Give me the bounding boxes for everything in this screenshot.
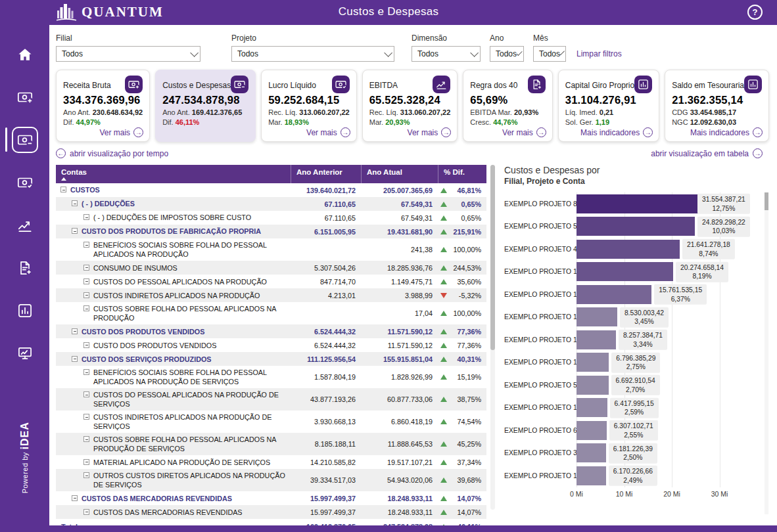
sidebar-item-card-check[interactable]: [0, 161, 49, 204]
column-header-contas[interactable]: Contas: [56, 165, 291, 183]
card-link[interactable]: Ver mais→: [408, 127, 452, 137]
filter-dropdown[interactable]: Todos: [231, 46, 394, 62]
card-link[interactable]: Mais indicadores→: [580, 127, 653, 137]
card-link[interactable]: Ver mais→: [502, 127, 546, 137]
sidebar-item-doc-plus[interactable]: [0, 246, 49, 289]
kpi-card-saldo-em-tesouraria[interactable]: Saldo em Tesouraria 21.362.355,14CDG 33.…: [665, 70, 769, 142]
table-row[interactable]: MATERIAL APLICADO NA PRODUÇÃO DE SERVIÇO…: [56, 455, 486, 469]
collapse-icon[interactable]: [83, 305, 89, 311]
prev-year-value: 8.185.188,11: [291, 440, 361, 448]
table-row[interactable]: CUSTOS DAS MERCADORIAS REVENDIDAS 15.997…: [56, 491, 486, 505]
sidebar-item-pulse[interactable]: [0, 204, 49, 246]
prev-year-value: 43.877.193,26: [291, 395, 361, 403]
kpi-card-custos-e-despesas[interactable]: Custos e Despesas 247.534.878,98Ano Ant.…: [155, 70, 256, 142]
sidebar-item-card-minus[interactable]: [0, 118, 49, 161]
collapse-icon[interactable]: [83, 414, 89, 420]
open-time-view-link[interactable]: ← abrir visualização por tempo: [56, 148, 168, 158]
table-row[interactable]: CONSUMO DE INSUMOS 5.307.504,26 18.285.9…: [56, 261, 486, 275]
sidebar-item-bar-chart[interactable]: [0, 289, 49, 332]
column-header-dif[interactable]: % Dif.: [438, 165, 486, 183]
curr-year-value: 11.571.590,12: [361, 342, 438, 349]
collapse-icon[interactable]: [72, 356, 78, 362]
bar[interactable]: [577, 466, 606, 485]
collapse-icon[interactable]: [72, 328, 78, 334]
prev-year-value: 67.110,65: [291, 200, 361, 208]
column-header-ano-atual[interactable]: Ano Atual: [361, 165, 438, 183]
chart-scrollbar[interactable]: [765, 192, 768, 514]
table-row[interactable]: CUSTOS INDIRETOS APLICADOS NA PRODUÇÃO D…: [56, 410, 486, 433]
bar[interactable]: [577, 398, 607, 417]
help-icon[interactable]: ?: [747, 5, 763, 20]
filter-dropdown[interactable]: Todos: [56, 46, 200, 62]
collapse-icon[interactable]: [83, 242, 89, 248]
table-scrollbar[interactable]: [490, 165, 495, 510]
table-row[interactable]: CUSTOS INDIRETOS APLICADOS NA PRODUÇÃO 4…: [56, 288, 486, 302]
bar[interactable]: [577, 376, 609, 395]
clear-filters-link[interactable]: Limpar filtros: [577, 49, 622, 58]
sidebar-item-card-plus[interactable]: [0, 76, 49, 118]
sidebar-item-home[interactable]: [0, 33, 49, 76]
collapse-icon[interactable]: [83, 278, 89, 284]
bar-value-label: 6.417.995,15 2,59%: [610, 397, 659, 418]
table-row[interactable]: CUSTOS SOBRE FOLHA DO PESSOAL APLICADOS …: [56, 433, 486, 455]
table-row[interactable]: BENEFÍCIOS SOCIAIS SOBRE FOLHA DO PESSOA…: [56, 366, 486, 388]
table-scrollbar-thumb[interactable]: [490, 165, 495, 350]
kpi-card-regra-dos-40[interactable]: Regra dos 40 65,69%EBITDA Mar. 20,93%Cre…: [463, 70, 553, 142]
kpi-card-ebitda[interactable]: EBITDA 65.525.328,24Rec. Líq. 313.060.20…: [362, 70, 458, 142]
bar[interactable]: [577, 421, 607, 440]
table-row[interactable]: CUSTOS DAS MERCADORIAS REVENDIDAS 15.997…: [56, 505, 486, 519]
table-row[interactable]: ( - ) DEDUÇÕES DE IMPOSTOS SOBRE CUSTO 6…: [56, 211, 486, 225]
filter-dropdown[interactable]: Todos: [412, 46, 481, 62]
bar[interactable]: [577, 353, 609, 372]
sidebar-item-monitor[interactable]: [0, 332, 49, 374]
table-row[interactable]: OUTROS CUSTOS DIRETOS APLICADOS NA PRODU…: [56, 469, 486, 491]
bar[interactable]: [577, 262, 673, 281]
collapse-icon[interactable]: [60, 187, 66, 192]
bar[interactable]: [577, 240, 680, 259]
bar-rows: EXEMPLO PROJETO 8 31.554.387,21 12,75% E…: [504, 192, 762, 487]
column-header-ano-anterior[interactable]: Ano Anterior: [291, 165, 361, 183]
collapse-icon[interactable]: [83, 265, 89, 271]
card-value: 59.252.684,15: [268, 94, 350, 106]
collapse-icon[interactable]: [83, 436, 89, 442]
bar[interactable]: [577, 217, 695, 236]
bar[interactable]: [577, 307, 617, 326]
table-row[interactable]: BENEFÍCIOS SOCIAIS SOBRE FOLHA DO PESSOA…: [56, 238, 486, 261]
collapse-icon[interactable]: [83, 292, 89, 298]
kpi-card-receita-bruta[interactable]: Receita Bruta 334.376.369,96Ano Ant. 230…: [56, 70, 150, 142]
table-row[interactable]: ( - ) DEDUÇÕES 67.110,65 67.549,31 0,65%: [56, 197, 486, 211]
table-row[interactable]: CUSTOS DO PESSOAL APLICADOS NA PRODUÇÃO …: [56, 275, 486, 288]
bar[interactable]: [577, 330, 616, 349]
open-table-view-link[interactable]: abrir visualização em tabela →: [651, 148, 763, 158]
card-link[interactable]: Ver mais→: [99, 127, 143, 137]
bar[interactable]: [577, 443, 606, 462]
card-link[interactable]: Mais indicadores→: [690, 127, 763, 137]
chart-scrollbar-thumb[interactable]: [765, 192, 768, 210]
filter-dropdown[interactable]: Todos: [490, 46, 524, 62]
collapse-icon[interactable]: [72, 228, 78, 234]
filter-items: Filial Todos Projeto Todos Dimensão Todo…: [56, 33, 575, 62]
filter-dropdown[interactable]: Todos: [533, 46, 566, 62]
prev-year-value: 6.151.005,95: [291, 228, 361, 236]
kpi-card-capital-giro-proprio[interactable]: Capital Giro Proprio 31.104.276,91Líq. I…: [558, 70, 659, 142]
collapse-icon[interactable]: [83, 472, 89, 478]
collapse-icon[interactable]: [83, 214, 89, 220]
card-link[interactable]: Ver mais→: [306, 127, 350, 137]
table-row[interactable]: CUSTO DOS PRODUTOS VENDIDOS 6.524.444,32…: [56, 324, 486, 338]
table-row[interactable]: CUSTO DOS SERVIÇOS PRODUZIDOS 111.125.95…: [56, 352, 486, 366]
collapse-icon[interactable]: [83, 391, 89, 397]
collapse-icon[interactable]: [72, 200, 78, 206]
table-row[interactable]: CUSTO DOS PRODUTOS VENDIDOS 6.524.444,32…: [56, 338, 486, 352]
chevron-down-icon: [190, 49, 199, 57]
table-row[interactable]: CUSTOS SOBRE FOLHA DO PESSOAL APLICADOS …: [56, 302, 486, 324]
collapse-icon[interactable]: [83, 342, 89, 348]
table-row[interactable]: CUSTO DOS PRODUTOS DE FABRICAÇÃO PROPRIA…: [56, 225, 486, 238]
collapse-icon[interactable]: [83, 459, 89, 465]
bar[interactable]: [577, 285, 651, 304]
table-row[interactable]: CUSTOS DO PESSOAL APLICADOS NA PRODUÇÃO …: [56, 388, 486, 410]
collapse-icon[interactable]: [72, 495, 78, 501]
collapse-icon[interactable]: [83, 509, 89, 515]
kpi-card-lucro-liquido[interactable]: Lucro Líquido 59.252.684,15Rec. Líq. 313…: [261, 70, 357, 142]
table-row[interactable]: CUSTOS 139.640.021,72 205.007.365,69 46,…: [56, 183, 486, 197]
collapse-icon[interactable]: [83, 369, 89, 375]
